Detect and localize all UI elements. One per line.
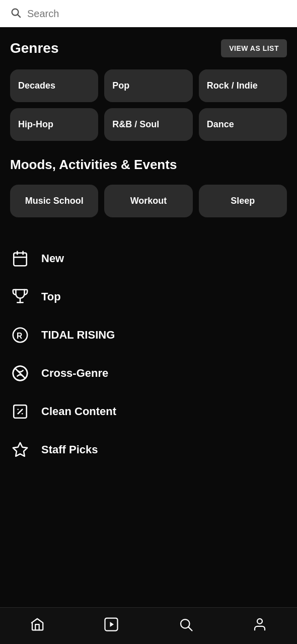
genre-btn-pop[interactable]: Pop	[104, 69, 192, 102]
list-section: New Top R TIDAL	[10, 239, 287, 469]
search-bar	[0, 0, 297, 27]
trophy-icon	[10, 287, 30, 307]
svg-point-22	[257, 619, 262, 624]
genre-btn-hiphop[interactable]: Hip-Hop	[10, 108, 98, 141]
svg-line-21	[188, 627, 192, 631]
svg-line-1	[18, 15, 20, 17]
svg-marker-17	[13, 443, 27, 456]
search-input[interactable]	[27, 8, 287, 20]
list-item-cross-genre[interactable]: Cross-Genre	[10, 354, 287, 392]
list-item-top[interactable]: Top	[10, 278, 287, 316]
cross-genre-icon	[10, 363, 30, 383]
calendar-icon	[10, 249, 30, 269]
list-item-tidal-rising[interactable]: R TIDAL RISING	[10, 316, 287, 354]
svg-rect-2	[14, 253, 27, 266]
tidal-r-icon: R	[10, 325, 30, 345]
genre-btn-rock-indie[interactable]: Rock / Indie	[199, 69, 287, 102]
search-nav-icon	[178, 617, 193, 632]
list-item-new-label: New	[41, 252, 64, 265]
genres-row-1: Decades Pop Rock / Indie	[10, 69, 287, 102]
moods-section: Moods, Activities & Events Music School …	[10, 157, 287, 217]
genre-btn-decades[interactable]: Decades	[10, 69, 98, 102]
search-icon	[10, 7, 21, 20]
list-item-top-label: Top	[41, 290, 61, 303]
list-item-new[interactable]: New	[10, 239, 287, 278]
moods-grid: Music School Workout Sleep	[10, 185, 287, 217]
mood-btn-sleep[interactable]: Sleep	[199, 185, 287, 217]
user-icon	[252, 617, 267, 632]
genre-btn-dance[interactable]: Dance	[199, 108, 287, 141]
svg-line-14	[18, 410, 23, 414]
svg-marker-19	[110, 622, 114, 627]
nav-home[interactable]	[20, 615, 55, 634]
genres-title: Genres	[10, 40, 59, 56]
list-item-staff-picks[interactable]: Staff Picks	[10, 431, 287, 469]
play-square-icon	[104, 617, 119, 632]
clean-content-icon	[10, 401, 30, 422]
list-item-staff-picks-label: Staff Picks	[41, 443, 98, 456]
nav-videos[interactable]	[94, 615, 129, 634]
home-icon	[30, 617, 45, 632]
genres-row-2: Hip-Hop R&B / Soul Dance	[10, 108, 287, 141]
genre-btn-rnb-soul[interactable]: R&B / Soul	[104, 108, 192, 141]
star-icon	[10, 440, 30, 460]
view-as-list-button[interactable]: VIEW AS LIST	[221, 39, 287, 57]
list-item-tidal-rising-label: TIDAL RISING	[41, 329, 115, 342]
list-item-cross-genre-label: Cross-Genre	[41, 367, 108, 380]
list-item-clean-content-label: Clean Content	[41, 405, 116, 418]
bottom-nav	[0, 607, 297, 644]
nav-profile[interactable]	[242, 615, 277, 634]
genres-section-header: Genres VIEW AS LIST	[10, 39, 287, 57]
list-item-clean-content[interactable]: Clean Content	[10, 392, 287, 431]
mood-btn-music-school[interactable]: Music School	[10, 185, 98, 217]
svg-text:R: R	[17, 332, 22, 340]
moods-title: Moods, Activities & Events	[10, 157, 287, 173]
main-content: Genres VIEW AS LIST Decades Pop Rock / I…	[0, 27, 297, 519]
svg-line-11	[15, 368, 25, 378]
mood-btn-workout[interactable]: Workout	[104, 185, 192, 217]
nav-search[interactable]	[168, 615, 203, 634]
